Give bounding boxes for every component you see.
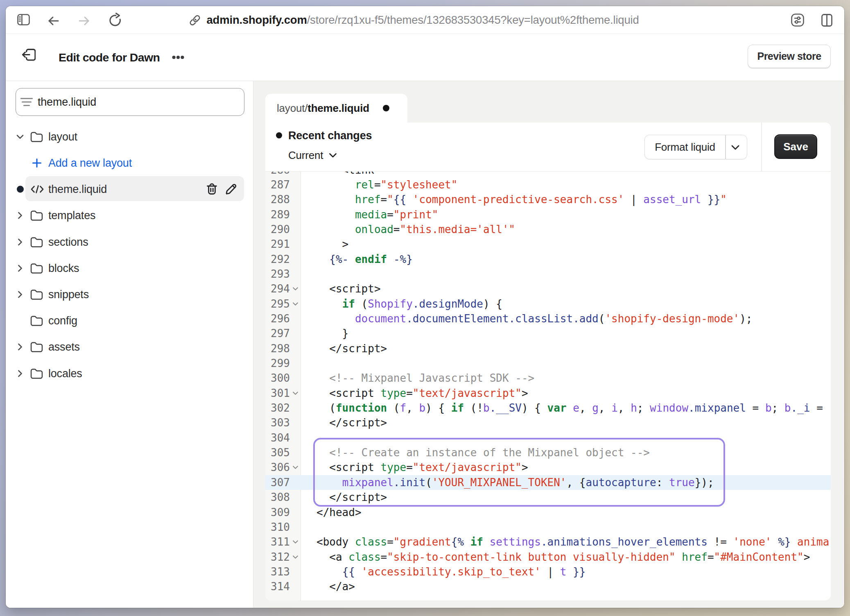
exit-icon[interactable] xyxy=(22,49,36,62)
sidebar-item-label: locales xyxy=(48,367,82,380)
code-text: <!-- Create an instance of the Mixpanel … xyxy=(301,445,831,460)
code-line-301[interactable]: 301 <script type="text/javascript"> xyxy=(265,386,831,401)
sidebar-item-add-a-new-layout[interactable]: Add a new layout xyxy=(6,150,253,176)
sidebar-item-sections[interactable]: sections xyxy=(6,229,253,255)
code-line-312[interactable]: 312 <a class="skip-to-content-link butto… xyxy=(265,550,831,564)
code-text: <link xyxy=(301,172,831,177)
fold-arrow-icon[interactable] xyxy=(292,540,298,544)
fold-arrow-icon[interactable] xyxy=(292,302,298,306)
url-path: /store/rzq1xu-f5/themes/132683530345?key… xyxy=(307,14,639,26)
code-line-288[interactable]: 288 href="{{ 'component-predictive-searc… xyxy=(265,192,831,207)
code-line-298[interactable]: 298 </script> xyxy=(265,341,831,356)
app-header: Edit code for Dawn Preview store xyxy=(6,34,844,81)
format-options-chevron[interactable] xyxy=(731,145,740,150)
sidebar-item-locales[interactable]: locales xyxy=(6,360,253,387)
sidebar-item-blocks[interactable]: blocks xyxy=(6,255,253,281)
code-line-286[interactable]: 286 <link xyxy=(265,172,831,177)
line-number: 309 xyxy=(265,505,301,520)
fold-arrow-icon[interactable] xyxy=(292,287,298,291)
folder-icon xyxy=(30,210,43,221)
line-number: 286 xyxy=(265,172,301,177)
file-sidebar: theme.liquid layout Add a new layout the… xyxy=(6,81,253,608)
chevron-right-icon[interactable] xyxy=(17,289,23,300)
code-line-313[interactable]: 313 {{ 'accessibility.skip_to_text' | t … xyxy=(265,564,831,579)
browser-toolbar: admin.shopify.com/store/rzq1xu-f5/themes… xyxy=(6,6,844,34)
code-text xyxy=(301,356,831,371)
forward-button-icon[interactable] xyxy=(78,16,90,26)
fold-arrow-icon[interactable] xyxy=(292,465,298,470)
line-number: 287 xyxy=(265,177,301,192)
code-line-299[interactable]: 299 xyxy=(265,356,831,371)
code-line-290[interactable]: 290 onload="this.media='all'" xyxy=(265,222,831,237)
sidebar-item-snippets[interactable]: snippets xyxy=(6,281,253,308)
page-title: Edit code for Dawn xyxy=(59,51,160,64)
chevron-right-icon[interactable] xyxy=(17,263,23,274)
page-settings-icon[interactable] xyxy=(791,13,804,27)
sidebar-item-layout[interactable]: layout xyxy=(6,124,253,150)
delete-file-icon[interactable] xyxy=(206,183,218,196)
code-text: (function (f, b) { if (!b.__SV) { var e,… xyxy=(301,401,831,415)
reload-icon[interactable] xyxy=(108,13,122,27)
code-line-305[interactable]: 305 <!-- Create an instance of the Mixpa… xyxy=(265,445,831,460)
folder-icon xyxy=(30,263,43,274)
line-number: 292 xyxy=(265,252,301,267)
code-line-295[interactable]: 295 if (Shopify.designMode) { xyxy=(265,297,831,311)
code-line-287[interactable]: 287 rel="stylesheet" xyxy=(265,177,831,192)
split-button-divider xyxy=(725,135,726,159)
code-line-294[interactable]: 294 <script> xyxy=(265,281,831,296)
code-line-303[interactable]: 303 </script> xyxy=(265,415,831,430)
filter-icon xyxy=(20,97,33,107)
chevron-right-icon[interactable] xyxy=(17,368,23,379)
code-line-291[interactable]: 291 > xyxy=(265,237,831,251)
fold-arrow-icon[interactable] xyxy=(292,391,298,396)
file-search-input[interactable]: theme.liquid xyxy=(16,88,244,116)
chevron-right-icon[interactable] xyxy=(17,210,23,221)
sidebar-item-theme-liquid[interactable]: theme.liquid xyxy=(6,176,253,202)
sidebar-item-config[interactable]: config xyxy=(6,308,253,334)
code-line-311[interactable]: 311<body class="gradient{% if settings.a… xyxy=(265,534,831,549)
code-line-308[interactable]: 308 </script> xyxy=(265,490,831,505)
address-bar[interactable]: admin.shopify.com/store/rzq1xu-f5/themes… xyxy=(189,6,639,34)
split-view-icon[interactable] xyxy=(821,14,832,27)
code-line-297[interactable]: 297 } xyxy=(265,326,831,341)
chevron-down-icon[interactable] xyxy=(15,134,25,140)
code-text: <script type="text/javascript"> xyxy=(301,460,831,475)
line-number: 313 xyxy=(265,564,301,579)
fold-arrow-icon[interactable] xyxy=(292,555,298,559)
code-line-292[interactable]: 292 {%- endif -%} xyxy=(265,252,831,267)
code-line-302[interactable]: 302 (function (f, b) { if (!b.__SV) { va… xyxy=(265,401,831,415)
chevron-right-icon[interactable] xyxy=(17,237,23,247)
line-number: 308 xyxy=(265,490,301,505)
folder-icon xyxy=(30,237,43,247)
code-text: <script type="text/javascript"> xyxy=(301,386,831,401)
sidebar-item-templates[interactable]: templates xyxy=(6,202,253,229)
line-number: 310 xyxy=(265,520,301,534)
preview-store-button[interactable]: Preview store xyxy=(748,45,831,68)
code-line-306[interactable]: 306 <script type="text/javascript"> xyxy=(265,460,831,475)
back-button-icon[interactable] xyxy=(48,16,59,26)
code-line-300[interactable]: 300 <!-- Mixpanel Javascript SDK --> xyxy=(265,371,831,385)
code-editor[interactable]: 286 <link287 rel="stylesheet"288 href="{… xyxy=(265,172,831,600)
line-number: 298 xyxy=(265,341,301,356)
rename-file-icon[interactable] xyxy=(224,183,237,196)
code-line-304[interactable]: 304 xyxy=(265,430,831,445)
unsaved-changes-dot xyxy=(383,105,389,111)
format-liquid-button[interactable]: Format liquid xyxy=(645,135,725,159)
sidebar-item-label: snippets xyxy=(48,288,89,301)
save-button[interactable]: Save xyxy=(774,134,817,159)
code-line-307[interactable]: 307 mixpanel.init('YOUR_MIXPANEL_TOKEN',… xyxy=(265,475,831,490)
code-line-296[interactable]: 296 document.documentElement.classList.a… xyxy=(265,311,831,326)
code-line-309[interactable]: 309</head> xyxy=(265,505,831,520)
version-select[interactable]: Current xyxy=(288,149,337,162)
code-line-293[interactable]: 293 xyxy=(265,267,831,281)
sidebar-item-assets[interactable]: assets xyxy=(6,334,253,360)
chevron-right-icon[interactable] xyxy=(17,342,23,352)
more-menu-icon[interactable] xyxy=(172,55,184,59)
code-line-310[interactable]: 310 xyxy=(265,520,831,534)
line-number: 300 xyxy=(265,371,301,385)
sidebar-item-label: theme.liquid xyxy=(48,183,107,196)
tab-theme-liquid[interactable]: layout/theme.liquid xyxy=(265,94,407,122)
sidebar-toggle-icon[interactable] xyxy=(17,14,30,26)
code-line-314[interactable]: 314 </a> xyxy=(265,579,831,594)
code-line-289[interactable]: 289 media="print" xyxy=(265,207,831,222)
